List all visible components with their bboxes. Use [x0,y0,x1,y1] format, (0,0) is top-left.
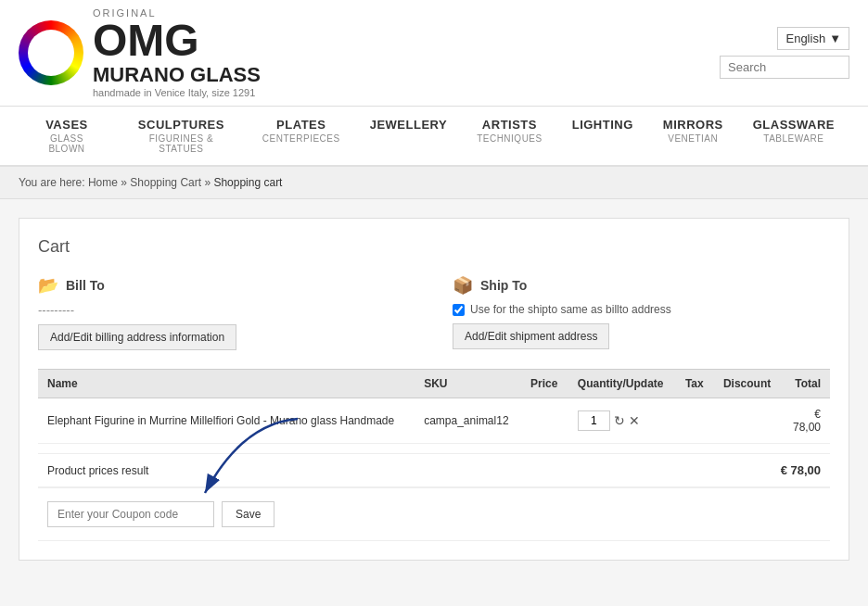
cart-title: Cart [38,237,830,257]
nav-item-plates[interactable]: PLATES CENTERPIECES [248,107,355,165]
col-sku: SKU [415,370,521,398]
same-address-checkbox[interactable] [453,304,465,316]
col-price: Price [521,370,568,398]
breadcrumb-current: Shopping cart [213,176,282,189]
nav-item-glassware[interactable]: GLASSWARE TABLEWARE [738,107,849,165]
logo-tagline: handmade in Venice Italy, size 1291 [93,87,261,98]
coupon-row: Save [38,488,830,540]
cart-table: Name SKU Price Quantity/Update Tax Disco… [38,369,830,444]
product-total: €78,00 [782,398,830,444]
col-total: Total [782,370,830,398]
product-name: Elephant Figurine in Murrine Millelfiori… [38,398,415,444]
edit-shipment-button[interactable]: Add/Edit shipment address [453,323,609,349]
ship-icon: 📦 [453,275,473,296]
bill-to-header: 📂 Bill To [38,275,415,296]
ship-to-label: Ship To [480,278,527,293]
result-label: Product prices result [47,464,148,477]
ship-to-section: 📦 Ship To Use for the shipto same as bil… [453,275,830,350]
qty-controls: ↻ ✕ [578,410,667,431]
nav-item-sculptures[interactable]: SCULPTURES FIGURINES & STATUES [115,107,248,165]
address-row: 📂 Bill To --------- Add/Edit billing add… [38,275,830,350]
ship-to-header: 📦 Ship To [453,275,830,296]
bill-to-value: --------- [38,303,415,317]
coupon-save-button[interactable]: Save [222,501,274,527]
nav-item-lighting[interactable]: LIGHTING [557,107,648,165]
header: ORIGINAL OMG MURANO GLASS handmade in Ve… [0,0,868,107]
col-discount: Discount [714,370,783,398]
bill-icon: 📂 [38,275,58,296]
remove-item-button[interactable]: ✕ [629,413,640,428]
col-quantity: Quantity/Update [568,370,676,398]
col-name: Name [38,370,415,398]
product-price [521,398,568,444]
logo-omg: OMG [93,19,261,63]
header-right: English ▼ [720,27,849,79]
bill-to-label: Bill To [66,278,105,293]
chevron-down-icon: ▼ [829,32,841,45]
search-input[interactable] [720,56,849,79]
product-sku: campa_animal12 [415,398,521,444]
logo-brand: MURANO GLASS [93,63,261,87]
logo-area: ORIGINAL OMG MURANO GLASS handmade in Ve… [19,7,261,98]
main-content: Cart 📂 Bill To --------- Add/Edit billin… [0,199,868,579]
breadcrumb-home[interactable]: Home [88,176,118,189]
main-nav: VASES GLASS BLOWN SCULPTURES FIGURINES &… [0,107,868,167]
logo-icon [19,20,83,85]
product-discount [714,398,783,444]
coupon-input[interactable] [47,501,214,527]
ship-checkbox-row: Use for the shipto same as billto addres… [453,303,830,316]
cart-box: Cart 📂 Bill To --------- Add/Edit billin… [19,218,849,561]
bill-to-section: 📂 Bill To --------- Add/Edit billing add… [38,275,415,350]
bottom-divider [38,540,830,541]
language-selector[interactable]: English ▼ [777,27,849,50]
refresh-qty-button[interactable]: ↻ [614,413,625,428]
product-tax [676,398,714,444]
language-label: English [785,32,825,45]
nav-item-vases[interactable]: VASES GLASS BLOWN [19,107,115,165]
nav-item-artists[interactable]: ARTISTS TECHNIQUES [462,107,557,165]
logo-text: ORIGINAL OMG MURANO GLASS handmade in Ve… [93,7,261,98]
breadcrumb: You are here: Home » Shopping Cart » Sho… [0,167,868,199]
nav-item-mirrors[interactable]: MIRRORS VENETIAN [648,107,738,165]
breadcrumb-shopping-cart[interactable]: Shopping Cart [130,176,201,189]
same-address-label: Use for the shipto same as billto addres… [470,303,671,316]
result-value: € 78,00 [781,463,821,477]
edit-billing-button[interactable]: Add/Edit billing address information [38,324,236,350]
nav-item-jewellery[interactable]: JEWELLERY [355,107,462,165]
quantity-input[interactable] [578,410,610,431]
col-tax: Tax [676,370,714,398]
table-row: Elephant Figurine in Murrine Millelfiori… [38,398,830,444]
product-quantity-cell: ↻ ✕ [568,398,676,444]
table-header-row: Name SKU Price Quantity/Update Tax Disco… [38,370,830,398]
result-row: Product prices result € 78,00 [38,453,830,487]
